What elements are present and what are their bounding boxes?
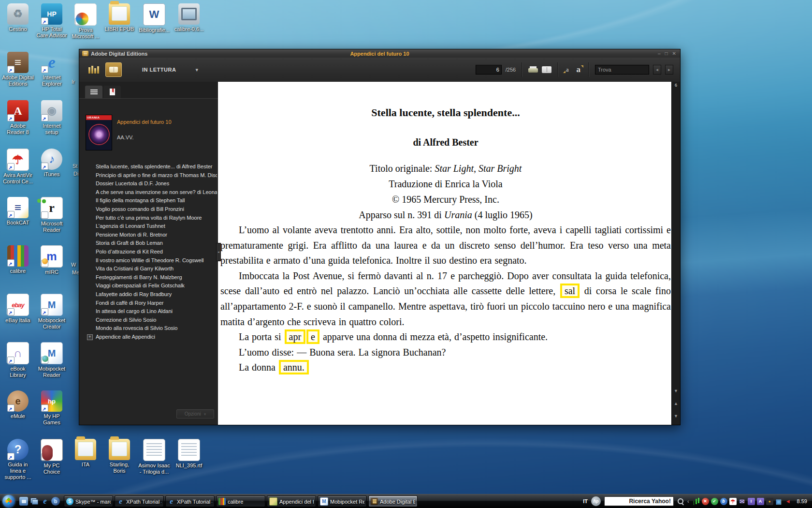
check-tray-icon[interactable]: ✓ bbox=[711, 498, 718, 505]
task-button-appendici-del-fut[interactable]: Appendici del fut... bbox=[267, 495, 316, 507]
meter-tray-icon[interactable] bbox=[693, 498, 700, 505]
toc-item-storia-di-graft-di-bob-leman[interactable]: Storia di Graft di Bob Leman bbox=[79, 239, 217, 248]
increase-font-button[interactable]: a bbox=[575, 64, 583, 75]
desktop-icon-ebay-italia[interactable]: ebayeBay Italia bbox=[2, 294, 34, 324]
view-mode-label[interactable]: IN LETTURA bbox=[142, 67, 176, 73]
expand-plus-icon[interactable] bbox=[87, 334, 93, 340]
page-number-input[interactable] bbox=[476, 65, 502, 75]
desktop-icon-calibre[interactable]: calibre bbox=[2, 245, 34, 274]
yahoo-search-box[interactable]: Ricerca Yahoo! bbox=[604, 496, 674, 506]
desktop-icon-ebook-library[interactable]: ∩eBook Library bbox=[2, 342, 34, 378]
maximize-button[interactable]: □ bbox=[665, 49, 668, 58]
desktop-icon-internet-explorer[interactable]: eInternet Explorer bbox=[36, 52, 68, 87]
blueb-tray-icon[interactable]: b bbox=[720, 498, 727, 505]
desktop-icon-libri-epub[interactable]: LIBRI EPUB bbox=[103, 3, 135, 32]
start-button[interactable] bbox=[2, 495, 15, 508]
toc-item-dossier-lucertola-di-d-f-jones[interactable]: Dossier Lucertola di D.F. Jones bbox=[79, 179, 217, 188]
find-previous-button[interactable] bbox=[653, 65, 661, 75]
task-button-adobe-digital-edi[interactable]: Adobe Digital Edi... bbox=[368, 495, 418, 507]
task-button-skype-marcelli[interactable]: SSkype™ - marcelli... bbox=[64, 495, 113, 507]
tab-table-of-contents[interactable] bbox=[85, 86, 102, 98]
toc-item-il-figlio-della-montagna-di-st[interactable]: Il figlio della montagna di Stephen Tall bbox=[79, 196, 217, 205]
desktop-icon-bookcat[interactable]: ≡BookCAT bbox=[2, 197, 34, 226]
toc-item-voglio-posso-comando-di-bill-p[interactable]: Voglio posso comando di Bill Pronzini bbox=[79, 205, 217, 214]
internet-explorer-quicklaunch-icon[interactable]: e bbox=[41, 497, 49, 506]
page-up-button[interactable] bbox=[672, 400, 680, 407]
reading-view-button[interactable] bbox=[105, 62, 122, 77]
toc-item-vita-da-cristiani-di-garry-kil[interactable]: Vita da Cristiani di Garry Kilworth bbox=[79, 265, 217, 273]
toc-item-appendice-alle-appendici[interactable]: Appendice alle Appendici bbox=[79, 333, 217, 342]
language-indicator[interactable]: IT bbox=[583, 498, 588, 504]
task-button-xpath-tutorial[interactable]: eXPath Tutorial — ... bbox=[115, 495, 164, 507]
page-down-button[interactable] bbox=[672, 412, 680, 420]
toc-item-mondo-alla-rovescia-di-silvio-[interactable]: Mondo alla rovescia di Silvio Sosio bbox=[79, 324, 217, 333]
tray-collapse-icon[interactable]: ‹ bbox=[687, 498, 689, 504]
toc-item-a-che-serve-una-invenzione-se-[interactable]: A che serve una invenzione se non serve?… bbox=[79, 188, 217, 197]
decrease-font-button[interactable]: a bbox=[564, 65, 570, 75]
task-button-mobipocket-read[interactable]: MMobipocket Read... bbox=[318, 495, 367, 507]
hp-icon[interactable]: hp bbox=[591, 496, 601, 506]
print-icon[interactable] bbox=[528, 66, 538, 74]
mail-tray-icon[interactable]: ✉ bbox=[739, 498, 746, 505]
boxa-tray-icon[interactable]: A bbox=[757, 498, 764, 505]
page-view-icon[interactable] bbox=[542, 66, 551, 73]
scroll-down-icon[interactable] bbox=[672, 387, 680, 395]
desktop-icon-avira-antivir-control-ce[interactable]: ☂Avira AntiVir Control Ce... bbox=[2, 149, 34, 185]
desktop-icon-bibliografie[interactable]: WBibliografie... bbox=[138, 3, 170, 33]
toc-item-stella-lucente-stella-splenden[interactable]: Stella lucente, stella splendente... di … bbox=[79, 163, 217, 171]
switch-windows-icon[interactable] bbox=[30, 497, 39, 506]
desktop-icon-ita[interactable]: ITA bbox=[70, 439, 102, 468]
toc-item-correzione-di-silvio-sosio[interactable]: Correzione di Silvio Sosio bbox=[79, 316, 217, 325]
close-button[interactable]: ✕ bbox=[672, 49, 676, 58]
sidebar-collapse-handle[interactable] bbox=[216, 243, 221, 261]
options-button[interactable]: Opzioni bbox=[176, 409, 214, 418]
toc-item-principio-di-aprile-o-fine-di-[interactable]: Principio di aprile o fine di marzo di T… bbox=[79, 171, 217, 180]
title-bar[interactable]: Adobe Digital Editions Appendici del fut… bbox=[79, 49, 680, 58]
toc-item-polo-d-attrazione-di-kit-reed[interactable]: Polo d’attrazione di Kit Reed bbox=[79, 248, 217, 256]
toc-item-festeggiamenti-di-barry-n-malz[interactable]: Festeggiamenti di Barry N. Malzberg bbox=[79, 273, 217, 282]
desktop-icon-adobe-digital-editions[interactable]: ≡Adobe Digital Editions bbox=[2, 52, 34, 87]
desktop-icon-microsoft-reader[interactable]: rMicrosoft Reader bbox=[36, 197, 68, 233]
desktop-icon-my-hp-games[interactable]: hpMy HP Games bbox=[36, 390, 68, 426]
desktop-icon-asimov-isaac-trilogia-d[interactable]: Asimov Isaac - Trilogia d... bbox=[138, 439, 170, 475]
toc-item-per-tutto-c-una-prima-volta-di[interactable]: Per tutto c’è una prima volta di Raylyn … bbox=[79, 214, 217, 223]
net-tray-icon[interactable]: ▣ bbox=[775, 498, 783, 505]
desktop-icon-cestino[interactable]: ♻Cestino bbox=[2, 3, 34, 32]
desktop-icon-starling-boris[interactable]: Starling, Boris bbox=[103, 439, 135, 474]
desktop-icon-itunes[interactable]: ♪iTunes bbox=[36, 149, 68, 178]
redx-tray-icon[interactable]: ✕ bbox=[702, 498, 709, 505]
chevron-down-icon[interactable] bbox=[195, 67, 198, 73]
task-button-calibre[interactable]: calibre bbox=[216, 495, 265, 507]
tab-bookmarks[interactable] bbox=[103, 86, 121, 98]
desktop-icon-mobipocket-creator[interactable]: MMobipocket Creator bbox=[36, 294, 68, 330]
show-desktop-icon[interactable] bbox=[19, 497, 28, 506]
minimize-button[interactable]: – bbox=[658, 49, 661, 58]
toc-item-pensione-morton-di-r-bretnor[interactable]: Pensione Morton di R. Bretnor bbox=[79, 231, 217, 239]
quicklaunch-icon[interactable]: b bbox=[51, 497, 60, 506]
desktop-icon-guida-in-linea-e-supporto[interactable]: ?Guida in linea e supporto ... bbox=[2, 439, 34, 480]
toc-item-fondi-di-caff-di-rory-harper[interactable]: Fondi di caffè di Rory Harper bbox=[79, 299, 217, 308]
scrollbar[interactable]: 6 bbox=[671, 82, 680, 425]
desktop-icon-mobipocket-reader[interactable]: MMobipocket Reader bbox=[36, 342, 68, 378]
toc-item-lafayette-addio-di-ray-bradbur[interactable]: Lafayette addio di Ray Bradbury bbox=[79, 290, 217, 299]
avira-tray-icon[interactable]: ☂ bbox=[729, 498, 737, 505]
desktop-icon-internet-setup[interactable]: ◉Internet setup bbox=[36, 100, 68, 135]
desktop-icon-mirc[interactable]: mmIRC bbox=[36, 245, 68, 275]
sidebar-book-title[interactable]: Appendici del futuro 10 bbox=[117, 119, 214, 125]
toc-item-in-attesa-del-cargo-di-lino-al[interactable]: In attesa del cargo di Lino Aldani bbox=[79, 307, 217, 316]
desktop-icon-adobe-reader-8[interactable]: AAdobe Reader 8 bbox=[2, 100, 34, 135]
toc-item-viaggi-ciberspaziali-di-felix-[interactable]: Viaggi ciberspaziali di Felix Gotschalk bbox=[79, 282, 217, 290]
desktop-icon-hp-total-care-advisor[interactable]: HPHP Total Care Advisor bbox=[36, 3, 68, 39]
clock[interactable]: 8.59 bbox=[797, 498, 807, 504]
search-magnifier-icon[interactable] bbox=[677, 498, 684, 505]
vol-tray-icon[interactable]: ◄ bbox=[784, 498, 792, 505]
desktop-icon-emule[interactable]: eeMule bbox=[2, 390, 34, 419]
boxi-tray-icon[interactable]: I bbox=[748, 498, 755, 505]
boxd-tray-icon[interactable]: ● bbox=[766, 498, 773, 505]
desktop-icon-nli-395-rtf[interactable]: NLI_395.rtf bbox=[173, 439, 205, 469]
find-next-button[interactable] bbox=[665, 65, 673, 75]
toc-item-l-agenzia-di-leonard-tushnet[interactable]: L’agenzia di Leonard Tushnet bbox=[79, 222, 217, 231]
task-button-xpath-tutorial[interactable]: eXPath Tutorial — ... bbox=[165, 495, 215, 507]
search-input[interactable] bbox=[595, 65, 649, 75]
toc-item-il-vostro-amico-willie-di-theo[interactable]: Il vostro amico Willie di Theodore R. Co… bbox=[79, 256, 217, 265]
